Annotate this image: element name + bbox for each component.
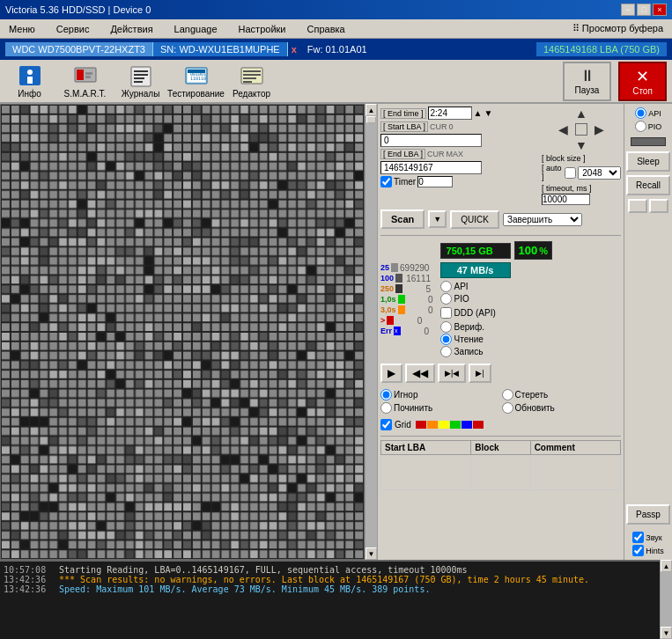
- end-time-down[interactable]: ▼: [484, 108, 492, 118]
- legend-label-err: Err: [380, 327, 392, 335]
- maximize-button[interactable]: □: [637, 4, 651, 16]
- ddd-checkbox[interactable]: [440, 307, 452, 319]
- small-btn-2[interactable]: [649, 199, 668, 213]
- menu-item-service[interactable]: Сервис: [51, 22, 95, 36]
- editor-icon: [238, 64, 266, 89]
- legend-label-250: 250: [380, 284, 394, 293]
- device-serial[interactable]: SN: WD-WXU1EB1MUPHE: [153, 42, 288, 56]
- svg-rect-2: [27, 77, 33, 84]
- grid-cell-6: [473, 421, 484, 429]
- far-pio-radio[interactable]: [635, 121, 646, 132]
- info-icon: [16, 64, 44, 89]
- stop-label: Стоп: [632, 86, 653, 96]
- editor-button[interactable]: Редактор: [227, 62, 276, 100]
- api-label: API: [454, 282, 469, 291]
- sound-checkbox[interactable]: [632, 532, 644, 543]
- write-label: Запись: [454, 347, 484, 356]
- back-button[interactable]: ◀◀: [405, 364, 435, 383]
- logs-button[interactable]: Журналы: [116, 62, 165, 100]
- timer-input[interactable]: [417, 176, 453, 187]
- menu-item-menu[interactable]: Меню: [4, 22, 41, 36]
- log-scroll-up[interactable]: ▲: [661, 560, 672, 572]
- end-lba-input[interactable]: [380, 161, 482, 174]
- test-button[interactable]: 001001 110110 Тестирование: [172, 62, 220, 100]
- test-label: Тестирование: [167, 89, 225, 99]
- menu-bar: Меню Сервис Действия Language Настройки …: [0, 19, 672, 39]
- erase-radio[interactable]: [502, 389, 513, 400]
- read-radio[interactable]: [440, 334, 452, 345]
- repair-label: Починить: [394, 403, 432, 413]
- grid-cell-5: [462, 421, 472, 429]
- scroll-thumb[interactable]: [366, 116, 376, 123]
- nav-up-button[interactable]: ▲: [575, 106, 587, 121]
- speed-display: 47 MB/s: [440, 262, 511, 278]
- pause-button[interactable]: ⏸ Пауза: [563, 62, 611, 101]
- grid-checkbox[interactable]: [380, 419, 392, 430]
- small-buttons: [628, 199, 668, 213]
- grid-cell-4: [450, 421, 461, 429]
- toolbar: Инфо S.M.A.R.T. Журналы: [0, 60, 672, 104]
- auto-checkbox[interactable]: [565, 167, 576, 179]
- scroll-up-button[interactable]: ▲: [366, 104, 377, 116]
- pause-icon: ⏸: [580, 67, 595, 85]
- scan-button[interactable]: Scan: [380, 209, 425, 229]
- small-btn-1[interactable]: [628, 199, 647, 213]
- recall-button[interactable]: Recall: [626, 175, 670, 195]
- legend-label-100: 100: [380, 274, 394, 283]
- menu-item-language[interactable]: Language: [169, 22, 223, 36]
- ignore-radio[interactable]: [380, 389, 392, 400]
- device-model[interactable]: WDC WD7500BPVT-22HXZT3: [5, 42, 153, 56]
- legend-bar-100: [395, 274, 402, 283]
- repair-radio[interactable]: [380, 402, 392, 414]
- write-radio[interactable]: [440, 346, 452, 357]
- far-api-radio[interactable]: [635, 107, 646, 119]
- stop-icon: ✕: [636, 67, 649, 86]
- quick-button[interactable]: QUICK: [450, 210, 499, 229]
- legend-bar-err: x: [394, 327, 401, 335]
- device-close-icon[interactable]: x: [292, 44, 297, 55]
- smart-button[interactable]: S.M.A.R.T.: [61, 62, 109, 100]
- nav-right-button[interactable]: ▶: [594, 122, 604, 136]
- hints-checkbox[interactable]: [632, 545, 644, 556]
- play-button[interactable]: ▶: [380, 364, 402, 383]
- info-button[interactable]: Инфо: [5, 62, 54, 100]
- menu-item-buffer[interactable]: ⠿ Просмотр буфера: [567, 21, 668, 36]
- nav-left-button[interactable]: ◀: [558, 122, 568, 136]
- end-button[interactable]: ▶|: [469, 364, 491, 383]
- block-size-select[interactable]: 2048 512 1024 4096: [578, 166, 621, 180]
- legend: 25 699290 100 16111 250 5 1,0s 0: [380, 263, 433, 336]
- toolbar-right: ⏸ Пауза ✕ Стоп: [563, 62, 667, 101]
- title-bar-controls: − □ ×: [621, 4, 667, 16]
- scan-dropdown-button[interactable]: ▼: [428, 210, 447, 228]
- nav-down-button[interactable]: ▼: [575, 138, 587, 152]
- smart-label: S.M.A.R.T.: [64, 89, 107, 99]
- update-radio[interactable]: [502, 402, 513, 414]
- close-button[interactable]: ×: [653, 4, 667, 16]
- sound-label: Звук: [646, 533, 661, 542]
- menu-item-help[interactable]: Справка: [302, 22, 351, 36]
- start-lba-input[interactable]: [380, 134, 482, 147]
- stop-button[interactable]: ✕ Стоп: [618, 62, 667, 101]
- menu-item-actions[interactable]: Действия: [105, 22, 158, 36]
- log-scroll-down[interactable]: ▼: [661, 627, 672, 639]
- minimize-button[interactable]: −: [621, 4, 635, 16]
- passp-button[interactable]: Passp: [626, 504, 670, 525]
- step-right-button[interactable]: ▶|◀: [438, 364, 466, 383]
- timer-checkbox[interactable]: [380, 176, 392, 187]
- sleep-button[interactable]: Sleep: [626, 151, 670, 172]
- end-time-input[interactable]: [428, 106, 472, 120]
- ddd-label: DDD (API): [454, 308, 496, 318]
- finish-select[interactable]: Завершить Перезагрузить Выключить: [503, 213, 582, 226]
- menu-item-settings[interactable]: Настройки: [233, 22, 292, 36]
- timeout-input[interactable]: [542, 194, 590, 205]
- end-time-up[interactable]: ▲: [474, 108, 483, 118]
- device-firmware: Fw: 01.01A01: [300, 42, 374, 56]
- scroll-down-button[interactable]: ▼: [366, 547, 377, 560]
- verify-radio[interactable]: [440, 321, 452, 333]
- far-pio-label: PIO: [648, 122, 662, 131]
- api-radio[interactable]: [440, 281, 452, 292]
- pio-radio[interactable]: [440, 293, 452, 305]
- max-label-end: MAX: [447, 150, 464, 158]
- legend-label-3s: 3,0s: [380, 305, 396, 314]
- scroll-track: [366, 116, 377, 547]
